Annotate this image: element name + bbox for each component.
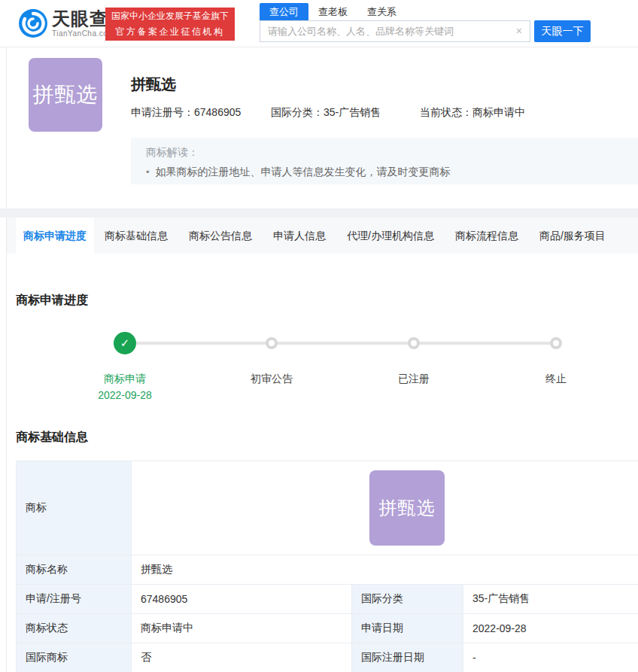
registration-number: 申请注册号：67486905 (131, 106, 241, 120)
step-label-preliminary: 初审公告 (211, 372, 332, 386)
current-status: 当前状态：商标申请中 (420, 106, 525, 120)
search-area: 查公司 查老板 查关系 × 天眼一下 (260, 3, 591, 42)
cell-label: 商标状态 (17, 614, 132, 643)
cell-value: 拼甄选 (132, 555, 638, 585)
trademark-overview-card: 拼甄选 拼甄选 申请注册号：67486905 国际分类：35-广告销售 当前状态… (6, 47, 638, 208)
step-date-application: 2022-09-28 (65, 389, 185, 401)
cell-trademark-image: 拼甄选 (132, 461, 638, 555)
trademark-logo-image: 拼甄选 (29, 58, 102, 132)
search-input[interactable] (260, 20, 530, 42)
tianyancha-logo[interactable]: 天眼查 TianYanCha.com (18, 8, 114, 38)
search-tab-relation[interactable]: 查关系 (357, 3, 406, 20)
section-divider (0, 208, 638, 217)
search-button[interactable]: 天眼一下 (534, 20, 591, 42)
basic-info-table: 商标 拼甄选 商标名称 拼甄选 申请/注册号 67486905 国际分类 35-… (16, 461, 638, 672)
step-label-application: 商标申请 (65, 372, 185, 386)
cell-label: 商标名称 (17, 555, 132, 585)
cell-value: - (463, 643, 638, 672)
clear-icon[interactable]: × (516, 25, 522, 37)
badge-line1: 国家中小企业发展子基金旗下 (111, 8, 229, 24)
interpretation-item: •如果商标的注册地址、申请人等信息发生变化，请及时变更商标 (146, 166, 638, 179)
cell-label: 国际分类 (352, 585, 463, 614)
progress-step-circle-pending (408, 337, 420, 349)
cell-value: 67486905 (132, 585, 352, 614)
aperture-logo-icon (18, 8, 48, 38)
bullet-icon: • (146, 166, 150, 178)
trademark-name-title: 拼甄选 (131, 74, 176, 95)
interpretation-title: 商标解读： (146, 146, 638, 160)
table-row: 商标 拼甄选 (17, 461, 638, 555)
progress-timeline: ✓ 商标申请 初审公告 已注册 终止 2022-09-28 (7, 217, 638, 428)
progress-step-circle-pending (550, 337, 562, 349)
cell-value: 2022-09-28 (463, 614, 638, 643)
timeline-connector (125, 342, 556, 345)
search-tabs: 查公司 查老板 查关系 (260, 3, 591, 20)
top-header: 天眼查 TianYanCha.com 国家中小企业发展子基金旗下 官方备案企业征… (0, 0, 638, 47)
cell-label: 申请日期 (352, 614, 463, 643)
certification-badge: 国家中小企业发展子基金旗下 官方备案企业征信机构 (105, 8, 235, 41)
cell-value: 35-广告销售 (463, 585, 638, 614)
cell-value: 否 (132, 643, 352, 672)
table-row: 国际商标 否 国际注册日期 - (17, 643, 638, 672)
cell-label: 国际商标 (17, 643, 132, 672)
cell-value: 商标申请中 (132, 614, 352, 643)
trademark-meta: 申请注册号：67486905 国际分类：35-广告销售 当前状态：商标申请中 (131, 106, 638, 120)
trademark-interpretation-box: 商标解读： •如果商标的注册地址、申请人等信息发生变化，请及时变更商标 (131, 138, 638, 184)
search-tab-company[interactable]: 查公司 (260, 3, 308, 20)
international-class: 国际分类：35-广告销售 (271, 106, 381, 120)
table-row: 商标状态 商标申请中 申请日期 2022-09-28 (17, 614, 638, 643)
progress-step-circle-pending (266, 337, 278, 349)
trademark-detail-card: 商标申请进度 商标基础信息 商标公告信息 申请人信息 代理/办理机构信息 商标流… (6, 217, 638, 672)
trademark-logo-image: 拼甄选 (369, 470, 445, 546)
step-label-registered: 已注册 (354, 372, 474, 386)
cell-label: 商标 (17, 461, 132, 555)
table-row: 申请/注册号 67486905 国际分类 35-广告销售 (17, 585, 638, 614)
search-tab-boss[interactable]: 查老板 (308, 3, 357, 20)
basic-info-section-title: 商标基础信息 (16, 430, 88, 445)
table-row: 商标名称 拼甄选 (17, 555, 638, 585)
check-icon: ✓ (114, 332, 136, 354)
step-label-terminated: 终止 (496, 372, 616, 386)
cell-label: 国际注册日期 (352, 643, 463, 672)
cell-label: 申请/注册号 (17, 585, 132, 614)
badge-line2: 官方备案企业征信机构 (111, 24, 229, 40)
